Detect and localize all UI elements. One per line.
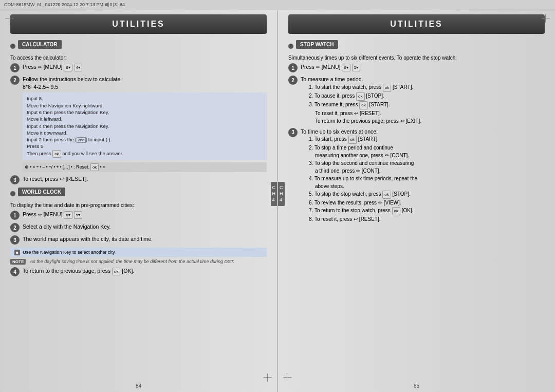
sw-step-2-list: 1. To start the stop watch, press ok [ST… (309, 83, 545, 125)
sw-step-3-list: 1. To start, press ok [START]. 2. To sto… (309, 135, 545, 223)
crosshair-top-right (542, 14, 550, 23)
sw-step-2: 2 To measure a time period. 1. To start … (288, 76, 545, 125)
wc-step-3: 3 The world map appears with the city, i… (10, 235, 267, 245)
calc-step-2: 2 Follow the instructions below to calcu… (10, 76, 267, 172)
crosshair-bottom-left (283, 374, 291, 382)
wc-tip-box: ■ Use the Navigation Key to select anoth… (10, 248, 267, 257)
left-page-header: UTILITIES (10, 14, 267, 34)
sw-step-1: 1 Press ✏ [MENU] 6▾ 5▾ (288, 63, 545, 72)
right-page-header: UTILITIES (288, 14, 545, 34)
right-page-num: 85 (278, 383, 555, 389)
calculator-bullet (10, 44, 15, 49)
left-ch-tab: CH4 (271, 182, 278, 206)
worldclock-intro: To display the time and date in pre-prog… (10, 202, 267, 208)
calculator-section: CALCULATOR To access the calculator: 1 P… (10, 40, 267, 184)
top-bar: CDM-8615MW_M_ 041220 2004.12.20 7:13 PM … (0, 0, 555, 10)
calc-icon-row: ⊕•×÷•–•÷/•+•[…]•: Reset.ok•= (23, 162, 267, 172)
worldclock-bullet (10, 191, 15, 196)
stopwatch-bullet (288, 44, 293, 49)
calc-step-3: 3 To reset, press ↩ [RESET]. (10, 175, 267, 184)
wc-note-row: NOTE As the daylight saving time is not … (10, 259, 267, 265)
calculator-intro: To access the calculator: (10, 55, 267, 61)
stopwatch-title: STOP WATCH (296, 40, 338, 49)
calculator-title: CALCULATOR (18, 40, 62, 49)
wc-step-4: 4 To return to the previous page, press … (10, 267, 267, 276)
sw-step-3: 3 To time up to six events at once: 1. T… (288, 128, 545, 223)
worldclock-title: WORLD CLOCK (18, 188, 65, 196)
stopwatch-intro: Simultaneously times up to six different… (288, 55, 545, 61)
calc-step-1: 1 Press ✏ [MENU] 6▾ 4▾ (10, 63, 267, 72)
calc-note-box: Input 8. Move the Navigation Key rightwa… (23, 92, 267, 160)
wc-step-2: 2 Select a city with the Navigation Key. (10, 223, 267, 232)
top-bar-text: CDM-8615MW_M_ 041220 2004.12.20 7:13 PM … (4, 2, 125, 7)
right-ch-tab: CH4 (278, 182, 285, 206)
crosshair-top-left (5, 14, 13, 23)
wc-step-1: 1 Press ✏ [MENU] 6▾ 5▾ (10, 211, 267, 220)
note-label: NOTE (10, 259, 26, 265)
left-page-num: 84 (0, 383, 277, 389)
stopwatch-section: STOP WATCH Simultaneously times up to si… (288, 40, 545, 223)
crosshair-bottom-right (264, 374, 272, 382)
world-clock-section: WORLD CLOCK To display the time and date… (10, 188, 267, 276)
